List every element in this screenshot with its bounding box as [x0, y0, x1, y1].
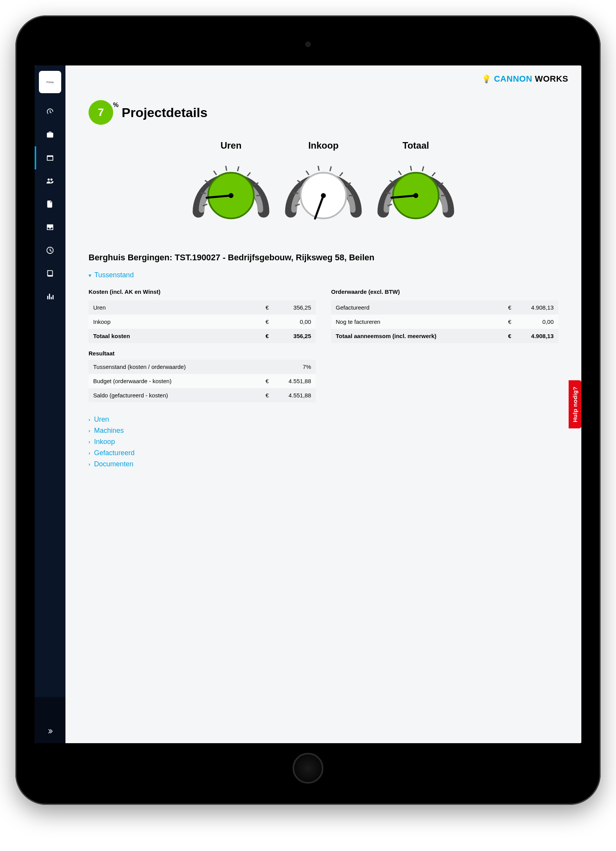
svg-line-18: [340, 173, 343, 176]
tablet-camera: [305, 42, 311, 47]
project-name: Berghuis Bergingen: TST.190027 - Bedrijf…: [89, 253, 558, 263]
nav-document[interactable]: [35, 193, 65, 216]
svg-line-25: [386, 193, 391, 193]
table-row: Gefactureerd € 4.908,13: [331, 300, 558, 315]
accordion-label: Tussenstand: [94, 271, 134, 279]
row-label: Nog te factureren: [331, 315, 500, 329]
gauge-icon: [189, 155, 273, 224]
nav-stats[interactable]: [35, 285, 65, 308]
link-label: Uren: [94, 415, 109, 424]
sidebar-logo[interactable]: Prima: [39, 71, 61, 93]
title-row: 7 % Projectdetails: [89, 100, 558, 125]
chevron-right-icon: ›: [89, 461, 90, 467]
row-label: Budget (orderwaarde - kosten): [89, 374, 258, 388]
result-title: Resultaat: [89, 350, 316, 357]
nav-users[interactable]: [35, 169, 65, 193]
row-currency: €: [258, 388, 273, 402]
row-value: 4.908,13: [516, 329, 558, 343]
gauges-row: Uren Inkoop Totaal: [89, 140, 558, 226]
brand-logo: 💡 CANNON WORKS: [482, 74, 568, 84]
content: 7 % Projectdetails Uren Inkoop: [65, 65, 581, 485]
nav-book[interactable]: [35, 262, 65, 285]
section-link-uren[interactable]: › Uren: [89, 414, 558, 425]
table-row: Budget (orderwaarde - kosten) € 4.551,88: [89, 374, 316, 388]
section-link-documenten[interactable]: › Documenten: [89, 459, 558, 470]
help-tab[interactable]: Hulp nodig?: [569, 380, 581, 429]
clock-icon: [46, 246, 54, 255]
app-screen: Prima: [35, 65, 581, 743]
link-label: Documenten: [94, 460, 133, 468]
gauge-icon: [373, 155, 458, 224]
table-row: Totaal aanneemsom (incl. meerwerk) € 4.9…: [331, 329, 558, 343]
svg-line-6: [247, 173, 250, 176]
nav-clock[interactable]: [35, 239, 65, 262]
gauge-label: Totaal: [373, 140, 458, 151]
row-currency: €: [258, 329, 273, 343]
svg-line-15: [306, 171, 309, 175]
main-area: 💡 CANNON WORKS Hulp nodig? 7 % Projectde…: [65, 65, 581, 743]
chevron-right-icon: ›: [89, 428, 90, 434]
table-row: Inkoop € 0,00: [89, 315, 316, 329]
costs-table: Uren € 356,25 Inkoop € 0,00 Totaal koste…: [89, 300, 316, 343]
row-currency: €: [258, 300, 273, 315]
sidebar-logo-text: Prima: [47, 81, 54, 84]
table-row: Uren € 356,25: [89, 300, 316, 315]
result-table: Tussenstand (kosten / orderwaarde) 7% Bu…: [89, 360, 316, 402]
chevron-double-right-icon: [47, 728, 54, 735]
svg-line-17: [330, 166, 331, 171]
sidebar-expand-button[interactable]: [47, 728, 54, 736]
row-currency: €: [500, 329, 516, 343]
svg-line-3: [214, 171, 216, 175]
bar-chart-icon: [46, 292, 54, 301]
section-link-inkoop[interactable]: › Inkoop: [89, 436, 558, 447]
row-value: 356,25: [273, 300, 316, 315]
col-costs: Kosten (incl. AK en Winst) Uren € 356,25…: [89, 286, 316, 402]
row-label: Totaal kosten: [89, 329, 258, 343]
table-row: Saldo (gefactureerd - kosten) € 4.551,88: [89, 388, 316, 402]
section-link-machines[interactable]: › Machines: [89, 425, 558, 436]
chevron-right-icon: ›: [89, 450, 90, 456]
progress-value: 7: [98, 106, 104, 119]
svg-line-29: [422, 166, 424, 171]
sidebar: Prima: [35, 65, 65, 743]
svg-line-30: [432, 173, 435, 176]
svg-line-27: [398, 171, 401, 175]
nav-dashboard[interactable]: [35, 100, 65, 123]
nav-briefcase[interactable]: [35, 123, 65, 146]
nav-inbox[interactable]: [35, 216, 65, 239]
accordion-tussenstand[interactable]: ▾ Tussenstand: [89, 271, 558, 279]
order-title: Orderwaarde (excl. BTW): [331, 286, 558, 297]
link-label: Machines: [94, 427, 124, 435]
row-currency: €: [258, 374, 273, 388]
chevron-down-icon: ▾: [89, 272, 91, 278]
section-link-gefactureerd[interactable]: › Gefactureerd: [89, 447, 558, 459]
costs-title: Kosten (incl. AK en Winst): [89, 286, 316, 297]
order-table: Gefactureerd € 4.908,13 Nog te facturere…: [331, 300, 558, 343]
row-currency: [258, 360, 273, 374]
users-icon: [46, 177, 54, 185]
gauge-label: Inkoop: [281, 140, 366, 151]
svg-line-4: [226, 166, 226, 171]
row-currency: €: [258, 315, 273, 329]
briefcase-icon: [46, 131, 54, 139]
tablet-home-button[interactable]: [293, 753, 323, 784]
nav-calendar[interactable]: [35, 146, 65, 169]
page-title: Projectdetails: [122, 105, 208, 120]
gauge-totaal: Totaal: [373, 140, 458, 226]
document-icon: [46, 200, 54, 208]
row-label: Inkoop: [89, 315, 258, 329]
table-row: Totaal kosten € 356,25: [89, 329, 316, 343]
summary-columns: Kosten (incl. AK en Winst) Uren € 356,25…: [89, 286, 558, 402]
gauge-label: Uren: [189, 140, 273, 151]
chevron-right-icon: ›: [89, 417, 90, 422]
gauge-uren: Uren: [189, 140, 273, 226]
link-label: Inkoop: [94, 438, 115, 446]
svg-line-13: [293, 193, 298, 193]
link-label: Gefactureerd: [94, 449, 134, 457]
row-label: Uren: [89, 300, 258, 315]
table-row: Nog te factureren € 0,00: [331, 315, 558, 329]
row-value: 0,00: [516, 315, 558, 329]
row-currency: €: [500, 300, 516, 315]
row-label: Tussenstand (kosten / orderwaarde): [89, 360, 258, 374]
book-icon: [46, 269, 54, 278]
